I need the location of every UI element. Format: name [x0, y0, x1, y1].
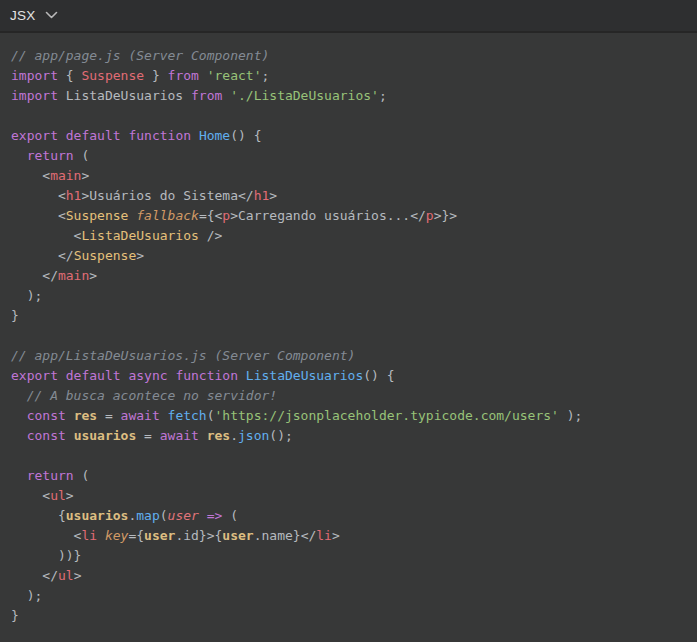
code-token-pln — [97, 528, 105, 543]
code-token-pln — [66, 428, 74, 443]
code-line: <Suspense fallback={<p>Carregando usuári… — [11, 206, 687, 226]
code-token-str: 'react' — [207, 68, 262, 83]
code-token-fn: json — [238, 428, 269, 443]
code-token-pln — [58, 128, 66, 143]
code-token-fn: fetch — [168, 408, 207, 423]
code-token-pln — [11, 148, 27, 163]
code-line: // A busca acontece no servidor! — [11, 386, 687, 406]
code-token-com: // A busca acontece no servidor! — [27, 388, 277, 403]
code-token-pln: > — [66, 488, 74, 503]
code-token-kw: import — [11, 88, 58, 103]
code-token-kw: await — [160, 428, 199, 443]
code-token-tag: li — [81, 528, 97, 543]
code-token-pln: (); — [269, 428, 292, 443]
code-token-kw: return — [27, 468, 74, 483]
code-line: ); — [11, 586, 687, 606]
code-token-pln: { — [58, 68, 81, 83]
code-token-tag: ul — [50, 488, 66, 503]
code-token-pln: .id}>{ — [175, 528, 222, 543]
code-token-kw: => — [207, 508, 223, 523]
code-token-cmp: ListaDeUsuarios — [81, 228, 198, 243]
code-token-pln: = — [97, 408, 120, 423]
code-token-kw: export — [11, 368, 58, 383]
code-token-kw: from — [168, 68, 199, 83]
code-line: </ul> — [11, 566, 687, 586]
code-token-pln: < — [11, 528, 81, 543]
code-line: return ( — [11, 146, 687, 166]
code-token-kw: function — [128, 128, 191, 143]
code-token-pln: } — [11, 308, 19, 323]
code-token-pln — [222, 88, 230, 103]
code-token-kw: function — [175, 368, 238, 383]
code-token-pln: ( — [222, 508, 238, 523]
code-token-pln — [199, 68, 207, 83]
code-token-attr: fallback — [136, 208, 199, 223]
code-token-prm: user — [168, 508, 199, 523]
code-line: <main> — [11, 166, 687, 186]
code-token-cmp: Suspense — [66, 208, 129, 223]
code-token-pln: /> — [199, 228, 222, 243]
code-token-kw: export — [11, 128, 58, 143]
code-token-str: 'https://jsonplaceholder.typicode.com/us… — [215, 408, 559, 423]
code-token-pln — [238, 368, 246, 383]
code-token-pln — [58, 368, 66, 383]
code-line: } — [11, 606, 687, 626]
code-line: {usuarios.map(user => ( — [11, 506, 687, 526]
language-selector-dropdown[interactable]: JSX — [10, 8, 58, 23]
code-token-kw: const — [27, 428, 66, 443]
code-token-pln: } — [144, 68, 167, 83]
code-token-pln: ={< — [199, 208, 222, 223]
code-line: export default async function ListaDeUsu… — [11, 366, 687, 386]
code-token-pln: < — [11, 208, 66, 223]
code-token-kw: async — [128, 368, 167, 383]
code-token-pln: = — [136, 428, 159, 443]
code-token-kw: import — [11, 68, 58, 83]
code-token-com: // app/page.js (Server Component) — [11, 48, 269, 63]
code-token-pln: < — [11, 228, 81, 243]
code-token-pln: < — [11, 488, 50, 503]
code-token-pln: >}> — [434, 208, 457, 223]
code-token-attr: key — [105, 528, 128, 543]
code-line: import { Suspense } from 'react'; — [11, 66, 687, 86]
code-line: const res = await fetch('https://jsonpla… — [11, 406, 687, 426]
code-token-pln — [11, 388, 27, 403]
code-line: // app/page.js (Server Component) — [11, 46, 687, 66]
code-token-pln — [199, 428, 207, 443]
code-snippet-widget: JSX // app/page.js (Server Component)imp… — [0, 0, 697, 642]
code-line: </Suspense> — [11, 246, 687, 266]
code-token-pln — [199, 508, 207, 523]
code-token-tag: main — [58, 268, 89, 283]
code-token-pln: ( — [207, 408, 215, 423]
code-token-pln: > — [136, 248, 144, 263]
code-token-cmp: Suspense — [74, 248, 137, 263]
code-token-pln — [11, 408, 27, 423]
code-token-pln: ))} — [11, 548, 81, 563]
code-token-kw: default — [66, 368, 121, 383]
code-line: ); — [11, 286, 687, 306]
code-token-pln — [11, 428, 27, 443]
code-line: return ( — [11, 466, 687, 486]
code-token-kw: return — [27, 148, 74, 163]
code-token-var: res — [207, 428, 230, 443]
chevron-down-icon[interactable] — [45, 11, 58, 20]
code-token-pln: > — [74, 568, 82, 583]
code-token-pln: > — [332, 528, 340, 543]
code-token-pln — [160, 408, 168, 423]
code-token-var: user — [222, 528, 253, 543]
code-token-kw: from — [191, 88, 222, 103]
code-line: <ListaDeUsuarios /> — [11, 226, 687, 246]
code-line — [11, 446, 687, 466]
code-token-pln: ; — [379, 88, 387, 103]
code-token-pln: ( — [74, 148, 90, 163]
code-block: // app/page.js (Server Component)import … — [0, 33, 697, 642]
code-token-com: // app/ListaDeUsuarios.js (Server Compon… — [11, 348, 355, 363]
code-token-pln: </ — [11, 248, 74, 263]
code-token-var: res — [74, 408, 97, 423]
code-token-fn: ListaDeUsuarios — [246, 368, 363, 383]
code-token-kw: default — [66, 128, 121, 143]
code-token-pln: </ — [11, 268, 58, 283]
code-line: <h1>Usuários do Sistema</h1> — [11, 186, 687, 206]
code-token-fn: map — [136, 508, 159, 523]
code-token-tag: li — [316, 528, 332, 543]
code-token-str: './ListaDeUsuarios' — [230, 88, 379, 103]
